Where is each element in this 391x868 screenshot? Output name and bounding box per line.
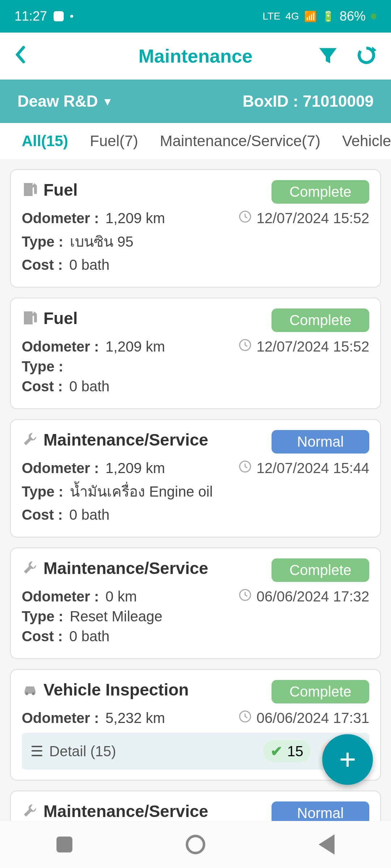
odometer-label: Odometer :: [22, 588, 99, 604]
clock-icon: [239, 339, 252, 355]
type-label: Type :: [22, 358, 63, 374]
clock-icon: [239, 710, 252, 726]
card-title: Maintenance/Service: [43, 430, 208, 450]
wrench-icon: [22, 559, 38, 577]
card-title: Vehicle Inspection: [43, 680, 189, 699]
boxid-value: 71010009: [303, 92, 374, 110]
status-badge: Complete: [272, 180, 369, 204]
type-value: น้ำมันเครื่อง Engine oil: [70, 484, 213, 499]
chevron-down-icon: ▾: [105, 94, 110, 108]
cost-label: Cost :: [22, 378, 63, 394]
list-icon: ☰: [30, 743, 43, 760]
nav-recent-button[interactable]: [56, 837, 72, 852]
cost-value: 0 bath: [69, 257, 109, 273]
wrench-icon: [22, 802, 38, 820]
plus-icon: +: [339, 743, 356, 776]
datetime-value: 06/06/2024 17:32: [257, 588, 369, 605]
odometer-label: Odometer :: [22, 339, 99, 354]
datetime-value: 12/07/2024 15:52: [257, 339, 369, 355]
wrench-icon: [22, 431, 38, 449]
add-button[interactable]: +: [322, 734, 373, 785]
cost-value: 0 bath: [69, 378, 109, 394]
odometer-value: 1,209 km: [105, 339, 165, 354]
status-badge: Complete: [272, 680, 369, 703]
tabs: All(15) Fuel(7) Maintenance/Service(7) V…: [0, 123, 391, 159]
tab-inspection[interactable]: Vehicle Inspection(: [331, 132, 391, 150]
detail-bar[interactable]: ☰Detail (15)✔ 15✖ 0: [22, 733, 369, 770]
refresh-button[interactable]: [356, 45, 377, 67]
type-label: Type :: [22, 484, 63, 499]
location-dropdown[interactable]: Deaw R&D ▾: [17, 92, 110, 110]
datetime-value: 12/07/2024 15:44: [257, 460, 369, 476]
odometer-label: Odometer :: [22, 210, 99, 226]
status-badge: Normal: [272, 430, 369, 454]
card-title: Maintenance/Service: [43, 558, 208, 578]
odometer-value: 5,232 km: [105, 710, 165, 726]
odometer-value: 1,209 km: [105, 460, 165, 476]
clock-icon: [239, 588, 252, 605]
card-title: Fuel: [43, 309, 78, 328]
record-card[interactable]: FuelCompleteOdometer :1,209 km12/07/2024…: [10, 298, 381, 409]
card-title: Fuel: [43, 180, 78, 200]
odometer-label: Odometer :: [22, 710, 99, 726]
funnel-icon: [318, 45, 338, 65]
cost-label: Cost :: [22, 628, 63, 644]
tab-fuel[interactable]: Fuel(7): [79, 132, 149, 150]
type-value: Reset Mileage: [70, 608, 163, 624]
pass-count: ✔ 15: [263, 740, 311, 762]
signal-icon: 📶: [304, 10, 317, 22]
tab-all[interactable]: All(15): [11, 132, 79, 150]
cost-value: 0 bath: [69, 507, 109, 523]
odometer-label: Odometer :: [22, 460, 99, 476]
type-label: Type :: [22, 234, 63, 250]
status-bar: 11:27 LTE 4G 📶 🔋 86%: [0, 0, 391, 33]
car-icon: [22, 681, 38, 699]
refresh-icon: [356, 45, 377, 65]
datetime-value: 12/07/2024 15:52: [257, 210, 369, 226]
type-label: Type :: [22, 608, 63, 624]
app-header: Maintenance: [0, 33, 391, 80]
odometer-value: 0 km: [105, 588, 137, 604]
fuel-icon: [22, 309, 38, 327]
record-card[interactable]: Maintenance/ServiceNormalOdometer :1,209…: [10, 419, 381, 537]
record-card[interactable]: Maintenance/ServiceCompleteOdometer :0 k…: [10, 548, 381, 659]
tab-maintenance[interactable]: Maintenance/Service(7): [149, 132, 331, 150]
status-app-icon: [54, 11, 64, 21]
clock-icon: [239, 460, 252, 476]
svg-point-5: [32, 692, 35, 695]
battery-icon: 🔋: [322, 10, 335, 22]
record-card[interactable]: FuelCompleteOdometer :1,209 km12/07/2024…: [10, 169, 381, 288]
cost-value: 0 bath: [69, 628, 109, 644]
page-title: Maintenance: [139, 45, 253, 67]
status-green-dot: [371, 13, 377, 19]
cost-label: Cost :: [22, 257, 63, 273]
volte-icon: LTE: [262, 10, 280, 22]
cost-label: Cost :: [22, 507, 63, 523]
status-badge: Complete: [272, 309, 369, 332]
status-dot: [70, 15, 73, 18]
status-badge: Complete: [272, 558, 369, 582]
nav-back-button[interactable]: [319, 834, 335, 855]
datetime-value: 06/06/2024 17:31: [257, 710, 369, 726]
boxid-label: BoxID :: [243, 92, 298, 110]
sub-header: Deaw R&D ▾ BoxID : 71010009: [0, 80, 391, 123]
detail-label: Detail (15): [49, 743, 116, 760]
type-value: เบนซิน 95: [70, 234, 134, 250]
status-time: 11:27: [14, 9, 47, 24]
network-4g-icon: 4G: [286, 10, 299, 22]
filter-button[interactable]: [318, 45, 338, 67]
clock-icon: [239, 210, 252, 226]
card-title: Maintenance/Service: [43, 801, 208, 821]
back-icon: [14, 46, 25, 64]
nav-home-button[interactable]: [186, 835, 205, 854]
back-button[interactable]: [14, 44, 25, 69]
odometer-value: 1,209 km: [105, 210, 165, 226]
fuel-icon: [22, 181, 38, 199]
android-nav-bar: [0, 821, 391, 868]
battery-pct: 86%: [340, 9, 366, 24]
check-icon: ✔: [270, 743, 283, 760]
location-label: Deaw R&D: [17, 92, 98, 110]
svg-point-4: [25, 692, 28, 695]
